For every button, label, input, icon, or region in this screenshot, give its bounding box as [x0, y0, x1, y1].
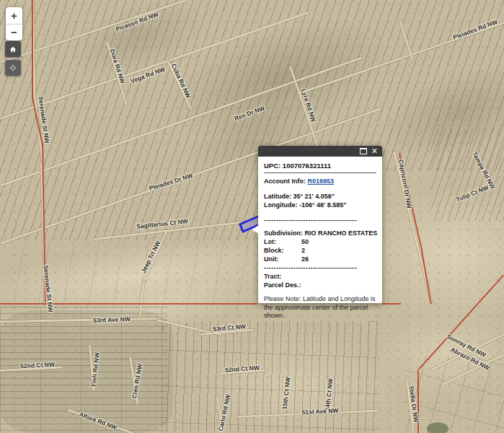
boundary-line	[422, 251, 432, 304]
maximize-icon[interactable]	[360, 148, 367, 154]
account-info-link[interactable]: R016953	[308, 178, 335, 185]
dashed-divider: --------------------------------------	[264, 263, 376, 272]
unit-row: Unit:26	[264, 255, 376, 263]
dashed-divider: --------------------------------------	[264, 216, 376, 224]
boundary-line	[32, 0, 34, 99]
street-label: Jeep Trl NW	[140, 240, 162, 274]
street-label: Capricorn Dr NW	[397, 159, 413, 209]
latitude-line: Latitude: 35° 21' 4.056"	[264, 192, 376, 201]
map-canvas[interactable]: Picasso Rd NW Dora Rd NW Vega Rd NW Cuba…	[0, 0, 504, 433]
street-label: Tulip Ct NW	[455, 183, 490, 203]
parcel-des-line: Parcel Des.:	[264, 281, 376, 289]
zoom-control: + −	[6, 7, 22, 40]
street-label: Altura Rd NW	[79, 411, 118, 432]
longitude-line: Longitude: -106° 46' 8.585"	[264, 201, 376, 209]
vegetation-patch	[427, 422, 448, 433]
zoom-in-button[interactable]: +	[6, 7, 22, 24]
road-line	[0, 0, 187, 64]
upc-line: UPC: 1007076321111	[264, 162, 376, 170]
arroyo-wash	[48, 263, 270, 350]
terrain-shading	[367, 48, 504, 177]
popup-titlebar[interactable]: ✕	[258, 146, 382, 157]
popup-note: Please Note: Latitude and Longitude is t…	[264, 295, 376, 320]
street-label: Ren Dr NW	[233, 105, 265, 123]
subdivision-line: Subdivision: RIO RANCHO ESTATES	[264, 229, 376, 237]
street-label: Pleiades Dr NW	[148, 172, 193, 192]
street-label: 53rd Ave NW	[93, 315, 131, 324]
locate-button[interactable]	[5, 60, 21, 76]
boundary-line	[382, 303, 401, 305]
street-label: 51st Ave NW	[301, 407, 338, 416]
parcel-grid	[431, 128, 504, 221]
block-row: Block:2	[264, 246, 376, 255]
road-line	[431, 331, 504, 370]
terrain-shading	[156, 0, 407, 163]
popup-pointer	[252, 225, 259, 234]
lot-row: Lot:50	[264, 237, 376, 246]
street-label: Cuba Rd NW	[170, 63, 193, 100]
parcel-info-popup: ✕ UPC: 1007076321111 Account Info: R0169…	[258, 146, 382, 303]
road-line	[0, 12, 309, 120]
street-label: Pleiades Rd NW	[452, 18, 498, 41]
boundary-line	[0, 303, 257, 305]
popup-body: UPC: 1007076321111 Account Info: R016953…	[258, 157, 382, 325]
crosshair-locate-icon	[9, 63, 17, 73]
account-info-line: Account Info: R016953	[264, 177, 376, 185]
zoom-out-button[interactable]: −	[6, 25, 22, 41]
road-line	[0, 318, 157, 323]
parcel-grid	[0, 0, 504, 172]
divider-line	[264, 172, 376, 173]
home-icon	[9, 45, 17, 54]
home-button[interactable]	[5, 41, 21, 57]
street-label: Serenade St NW	[43, 265, 55, 312]
tract-line: Tract:	[264, 272, 376, 281]
close-icon[interactable]: ✕	[371, 147, 378, 155]
street-label: 52nd Ct NW	[225, 364, 260, 373]
road-line	[139, 281, 145, 316]
boundary-line	[418, 369, 420, 433]
